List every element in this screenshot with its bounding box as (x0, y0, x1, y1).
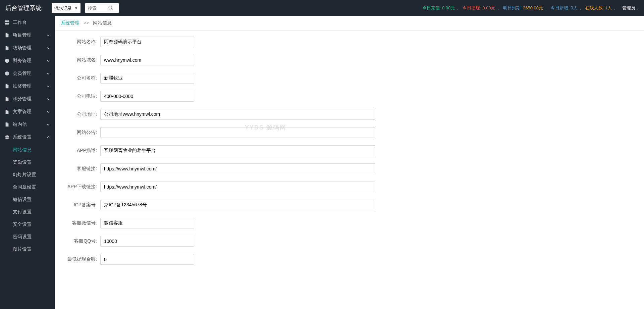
comma: ， (578, 5, 583, 11)
breadcrumb: 系统管理 >> 网站信息 (55, 16, 644, 31)
search-box[interactable] (85, 3, 119, 13)
form-label: 网站名称: (61, 39, 100, 45)
doc-icon (5, 84, 9, 89)
comma: ， (455, 5, 460, 11)
stat-label: 今日提现: (463, 5, 481, 11)
form-row: APP描述: (61, 145, 638, 156)
sidebar-item[interactable]: 文章管理 (0, 105, 55, 118)
form-input[interactable] (100, 73, 194, 84)
form-row: 最低提现金额: (61, 254, 638, 265)
form-area: 网站名称:网站域名:公司名称:公司电话:公司地址:网站公告:APP描述:客服链接… (55, 31, 644, 278)
chevron-down-icon (47, 34, 50, 37)
form-row: 客服链接: (61, 163, 638, 174)
sidebar-sub-item[interactable]: 幻灯片设置 (0, 168, 55, 181)
form-label: 客服QQ号: (61, 238, 100, 244)
chevron-down-icon (47, 110, 50, 113)
form-input[interactable] (100, 55, 194, 65)
sidebar-sub-item[interactable]: 网站信息 (0, 144, 55, 156)
sidebar-item[interactable]: 会员管理 (0, 67, 55, 80)
form-label: 公司电话: (61, 93, 100, 99)
svg-point-0 (109, 6, 112, 9)
breadcrumb-sep: >> (84, 20, 89, 25)
form-row: APP下载链接: (61, 182, 638, 192)
header-stats: 今日充值: 0.00元，今日提现: 0.00元，明日到期: 3650.00元，今… (422, 5, 639, 11)
sidebar-item[interactable]: 抽奖管理 (0, 80, 55, 93)
form-input[interactable] (100, 91, 194, 102)
stat-value: 0.00元 (482, 5, 495, 11)
form-input[interactable] (100, 236, 194, 247)
form-input[interactable] (100, 127, 375, 138)
stat-item: 今日充值: 0.00元， (422, 5, 461, 11)
form-label: 最低提现金额: (61, 256, 100, 262)
form-label: APP描述: (61, 148, 100, 154)
form-input[interactable] (100, 182, 375, 192)
stat-item: 今日提现: 0.00元， (463, 5, 501, 11)
form-label: 客服链接: (61, 166, 100, 172)
sidebar-item-label: 文章管理 (13, 109, 47, 115)
form-label: 网站公告: (61, 130, 100, 136)
form-row: 公司电话: (61, 91, 638, 102)
chevron-down-icon (47, 97, 50, 101)
sidebar-item[interactable]: 站内信 (0, 118, 55, 131)
sidebar-sub-item[interactable]: 安全设置 (0, 218, 55, 230)
info-icon (5, 58, 9, 63)
form-input[interactable] (100, 37, 194, 47)
form-input[interactable] (100, 254, 194, 265)
chevron-down-icon (47, 59, 50, 62)
svg-line-1 (111, 9, 113, 10)
chevron-down-icon (47, 85, 50, 88)
content: 系统管理 >> 网站信息 网站名称:网站域名:公司名称:公司电话:公司地址:网站… (55, 16, 644, 309)
sidebar-sub-item[interactable]: 短信设置 (0, 193, 55, 206)
sidebar-item-label: 工作台 (13, 19, 50, 25)
sidebar-sub-item[interactable]: 密码设置 (0, 230, 55, 243)
doc-icon (5, 46, 9, 50)
admin-label: 管理员 (622, 5, 635, 11)
form-row: 客服微信号: (61, 218, 638, 228)
sidebar-item[interactable]: 工作台 (0, 16, 55, 29)
form-label: ICP备案号: (61, 202, 100, 208)
sidebar-item[interactable]: 牧场管理 (0, 42, 55, 54)
doc-icon (5, 97, 9, 101)
record-select[interactable]: 流水记录 ▼ (52, 3, 80, 13)
form-row: 公司地址: (61, 109, 638, 120)
sidebar: 工作台项目管理牧场管理财务管理会员管理抽奖管理积分管理文章管理站内信系统设置网站… (0, 16, 55, 309)
doc-icon (5, 109, 9, 114)
sidebar-item-label: 牧场管理 (13, 45, 47, 51)
info-icon (5, 71, 9, 76)
form-input[interactable] (100, 145, 375, 156)
admin-user-menu[interactable]: 管理员⌄ (622, 5, 639, 11)
sidebar-sub-item[interactable]: 合同章设置 (0, 181, 55, 193)
sidebar-item[interactable]: 项目管理 (0, 29, 55, 42)
sidebar-sub-item[interactable]: 支付设置 (0, 206, 55, 218)
comma: ， (612, 5, 617, 11)
sidebar-sub-item[interactable]: 奖励设置 (0, 156, 55, 168)
sidebar-sub-item[interactable]: 图片设置 (0, 243, 55, 255)
sidebar-item-label: 站内信 (13, 121, 47, 127)
form-input[interactable] (100, 218, 194, 228)
search-input[interactable] (88, 6, 108, 11)
form-input[interactable] (100, 200, 375, 210)
sidebar-item[interactable]: 积分管理 (0, 93, 55, 105)
form-row: 网站公告: (61, 127, 638, 138)
sidebar-item-label: 会员管理 (13, 70, 47, 76)
breadcrumb-link[interactable]: 系统管理 (61, 20, 79, 25)
stat-label: 今日充值: (422, 5, 441, 11)
form-label: 公司名称: (61, 75, 100, 81)
form-input[interactable] (100, 163, 375, 174)
stat-value: 0人 (571, 5, 577, 11)
stat-item: 在线人数: 1人， (585, 5, 618, 11)
sidebar-item[interactable]: 系统设置 (0, 131, 55, 144)
form-label: APP下载链接: (61, 184, 100, 190)
stat-value: 0.00元 (442, 5, 455, 11)
stat-value: 3650.00元 (523, 5, 543, 11)
stat-label: 今日新增: (551, 5, 570, 11)
chevron-down-icon (47, 46, 50, 50)
form-row: 网站名称: (61, 37, 638, 47)
form-input[interactable] (100, 109, 375, 120)
sidebar-item-label: 抽奖管理 (13, 83, 47, 89)
doc-icon (5, 122, 9, 127)
comma: ， (496, 5, 500, 11)
sidebar-item[interactable]: 财务管理 (0, 54, 55, 67)
stat-label: 在线人数: (585, 5, 604, 11)
form-label: 客服微信号: (61, 220, 100, 226)
